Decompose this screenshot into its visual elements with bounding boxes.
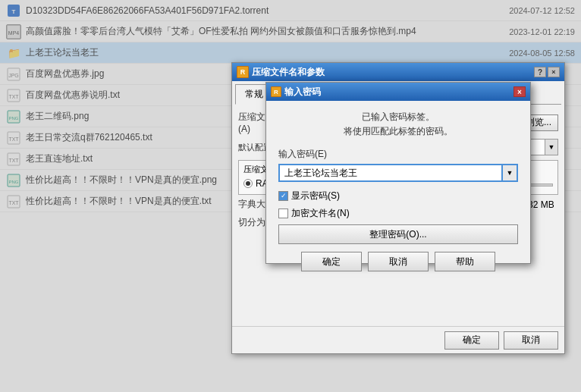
show-password-row: 显示密码(S) [278, 190, 518, 202]
winrar-icon: R [237, 66, 249, 78]
main-cancel-button[interactable]: 取消 [504, 331, 558, 350]
pwd-footer: 确定 取消 帮助 [278, 252, 518, 271]
main-dialog-footer: 确定 取消 [232, 326, 564, 353]
main-dialog-titlebar: R 压缩文件名和参数 ? × [232, 63, 564, 81]
show-password-label: 显示密码(S) [291, 190, 340, 202]
pwd-hint: 已输入密码标签。 将使用匹配此标签的密码。 [278, 110, 518, 139]
manage-password-button[interactable]: 整理密码(O)... [278, 224, 518, 244]
password-dialog: R 输入密码 × 已输入密码标签。 将使用匹配此标签的密码。 输入密码(E) ▼… [265, 82, 531, 264]
pwd-close-button[interactable]: × [513, 86, 526, 97]
default-config-dropdown[interactable]: ▼ [545, 139, 558, 155]
encrypt-filename-row: 加密文件名(N) [278, 207, 518, 220]
pwd-cancel-button[interactable]: 取消 [368, 252, 429, 271]
pwd-input-row: ▼ [278, 164, 518, 182]
encrypt-filename-label: 加密文件名(N) [291, 207, 350, 220]
main-dialog-title: 压缩文件名和参数 [252, 66, 532, 79]
close-button[interactable]: × [548, 67, 560, 77]
ra-radio[interactable] [243, 179, 253, 188]
main-confirm-button[interactable]: 确定 [444, 331, 499, 350]
encrypt-filename-checkbox[interactable] [278, 209, 288, 218]
pwd-content: 已输入密码标签。 将使用匹配此标签的密码。 输入密码(E) ▼ 显示密码(S) … [266, 101, 530, 281]
pwd-hint-line2: 将使用匹配此标签的密码。 [344, 126, 453, 136]
pwd-hint-line1: 已输入密码标签。 [362, 111, 435, 122]
pwd-dropdown[interactable]: ▼ [503, 164, 518, 182]
dict-value: 32 MB [528, 199, 558, 210]
winrar-small-icon: R [271, 86, 281, 97]
pwd-titlebar: R 输入密码 × [266, 83, 530, 101]
pwd-confirm-button[interactable]: 确定 [301, 252, 362, 271]
pwd-dialog-title: 输入密码 [284, 86, 321, 99]
pwd-field-label: 输入密码(E) [278, 148, 518, 161]
show-password-checkbox[interactable] [278, 191, 288, 201]
help-button[interactable]: ? [534, 67, 546, 77]
pwd-help-button[interactable]: 帮助 [435, 252, 495, 271]
pwd-input[interactable] [278, 164, 503, 182]
